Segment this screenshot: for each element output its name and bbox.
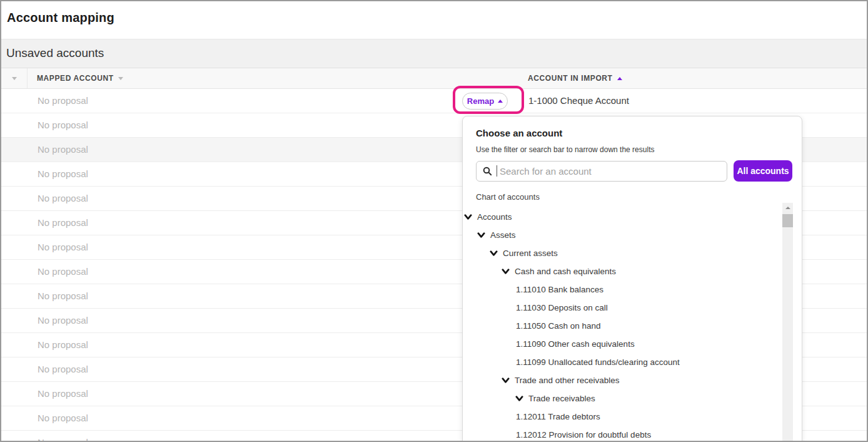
table-row[interactable]: No proposal Remap 1-1000 Cheque Account bbox=[1, 89, 867, 113]
sort-icon[interactable] bbox=[118, 77, 123, 80]
tree-item-label: 1.11010 Bank balances bbox=[516, 285, 603, 294]
tree-branch[interactable]: Accounts bbox=[463, 208, 802, 226]
chevron-down-icon bbox=[490, 249, 498, 257]
mapped-account-value: No proposal bbox=[38, 284, 88, 308]
chevron-down-icon bbox=[477, 231, 485, 239]
mapped-account-value: No proposal bbox=[38, 406, 88, 430]
search-placeholder: Search for an account bbox=[500, 166, 592, 177]
popover-subtitle: Use the filter or search bar to narrow d… bbox=[463, 138, 802, 154]
all-accounts-button[interactable]: All accounts bbox=[734, 160, 792, 182]
remap-button[interactable]: Remap bbox=[462, 93, 508, 110]
mapped-account-value: No proposal bbox=[38, 89, 88, 113]
search-row: Search for an account All accounts bbox=[476, 160, 792, 182]
mapped-account-value: No proposal bbox=[38, 162, 88, 186]
mapped-account-value: No proposal bbox=[38, 113, 88, 137]
chevron-up-icon bbox=[498, 100, 503, 103]
chevron-down-icon bbox=[502, 376, 510, 384]
sort-ascending-icon[interactable] bbox=[617, 77, 622, 80]
mapped-account-value: No proposal bbox=[38, 211, 88, 235]
mapped-account-value: No proposal bbox=[38, 382, 88, 406]
mapped-account-value: No proposal bbox=[38, 138, 88, 162]
tree-leaf[interactable]: 1.12011 Trade debtors bbox=[463, 408, 802, 426]
mapped-account-value: No proposal bbox=[38, 333, 88, 357]
title-bar: Account mapping bbox=[1, 1, 867, 39]
tree-branch[interactable]: Trade and other receivables bbox=[463, 371, 802, 389]
scroll-up-icon bbox=[785, 207, 790, 209]
dropdown-caret-icon[interactable] bbox=[12, 77, 17, 80]
tree-leaf[interactable]: 1.11099 Unallocated funds/clearing accou… bbox=[463, 353, 802, 371]
mapped-account-value: No proposal bbox=[38, 357, 88, 381]
chevron-down-icon bbox=[464, 213, 472, 221]
tree-branch[interactable]: Trade receivables bbox=[463, 389, 802, 408]
scroll-up-button[interactable] bbox=[782, 203, 793, 213]
chevron-down-icon bbox=[515, 394, 523, 403]
tree-item-label: Current assets bbox=[503, 249, 558, 258]
table-header: MAPPED ACCOUNT ACCOUNT IN IMPORT bbox=[1, 68, 867, 89]
section-header: Unsaved accounts bbox=[1, 39, 867, 68]
tree-item-label: Cash and cash equivalents bbox=[515, 267, 616, 276]
tree-item-label: Accounts bbox=[477, 212, 512, 222]
column-header-mapped-account[interactable]: MAPPED ACCOUNT bbox=[28, 68, 528, 88]
mapped-account-value: No proposal bbox=[38, 431, 88, 442]
search-icon bbox=[483, 167, 492, 176]
section-title: Unsaved accounts bbox=[6, 46, 867, 60]
tree-branch[interactable]: Cash and cash equivalents bbox=[463, 262, 802, 280]
tree-leaf[interactable]: 1.11090 Other cash equivalents bbox=[463, 335, 802, 353]
tree-item-label: 1.12011 Trade debtors bbox=[516, 412, 600, 421]
tree-item-label: 1.11090 Other cash equivalents bbox=[516, 339, 635, 349]
remap-button-label: Remap bbox=[467, 96, 494, 106]
chevron-down-icon bbox=[502, 267, 510, 275]
scrollbar-thumb[interactable] bbox=[782, 214, 793, 227]
column-header-label: ACCOUNT IN IMPORT bbox=[528, 74, 613, 83]
tree-item-label: 1.11050 Cash on hand bbox=[516, 321, 601, 331]
mapped-account-value: No proposal bbox=[38, 235, 88, 259]
tree-item-label: 1.11099 Unallocated funds/clearing accou… bbox=[516, 357, 680, 367]
tree-branch[interactable]: Assets bbox=[463, 226, 802, 244]
scrollbar[interactable] bbox=[782, 203, 793, 442]
account-mapping-window: Account mapping Unsaved accounts MAPPED … bbox=[0, 0, 868, 442]
accounts-tree: AccountsAssetsCurrent assetsCash and cas… bbox=[463, 208, 802, 442]
tree-item-label: Assets bbox=[490, 230, 516, 240]
tree-branch[interactable]: Current assets bbox=[463, 244, 802, 262]
search-input[interactable]: Search for an account bbox=[476, 161, 727, 182]
tree-leaf[interactable]: 1.11050 Cash on hand bbox=[463, 317, 802, 335]
page-title: Account mapping bbox=[7, 11, 867, 25]
tree-item-label: Trade and other receivables bbox=[515, 376, 620, 385]
tree-item-label: 1.12012 Provision for doubtful debts bbox=[516, 430, 651, 439]
mapped-account-value: No proposal bbox=[38, 309, 88, 332]
tree-leaf[interactable]: 1.11010 Bank balances bbox=[463, 280, 802, 299]
column-header-account-in-import[interactable]: ACCOUNT IN IMPORT bbox=[528, 68, 867, 88]
tree-item-label: Trade receivables bbox=[528, 394, 595, 403]
column-header-label: MAPPED ACCOUNT bbox=[37, 74, 114, 83]
choose-account-popover: Choose an account Use the filter or sear… bbox=[462, 116, 802, 442]
tree-item-label: 1.11030 Deposits on call bbox=[516, 303, 608, 312]
tree-leaf[interactable]: 1.11030 Deposits on call bbox=[463, 299, 802, 317]
tree-leaf[interactable]: 1.12012 Provision for doubtful debts bbox=[463, 426, 802, 442]
import-account-value: 1-1000 Cheque Account bbox=[528, 89, 629, 113]
header-dropdown-cell[interactable] bbox=[1, 68, 28, 88]
tree-title: Chart of accounts bbox=[463, 182, 802, 202]
text-cursor bbox=[497, 165, 497, 177]
mapped-account-value: No proposal bbox=[38, 187, 88, 210]
mapped-account-value: No proposal bbox=[38, 260, 88, 284]
popover-title: Choose an account bbox=[463, 116, 802, 138]
